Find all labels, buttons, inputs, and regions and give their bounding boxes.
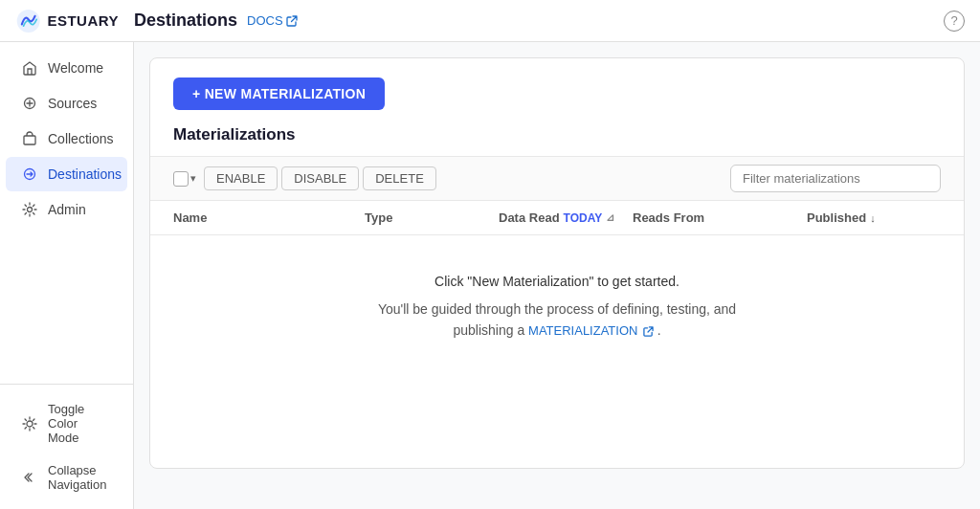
column-header-published[interactable]: Published ↓ [807,210,941,225]
admin-icon [21,201,38,218]
delete-button[interactable]: DELETE [363,166,436,190]
enable-button[interactable]: ENABLE [204,166,278,190]
column-header-name: Name [173,210,365,225]
materialization-link[interactable]: MATERIALIZATION [528,323,657,338]
sidebar-item-destinations-label: Destinations [48,166,122,182]
destinations-icon [21,166,38,183]
collapse-navigation-button[interactable]: Collapse Navigation [6,454,127,500]
svg-point-4 [28,208,33,212]
sidebar-bottom: Toggle Color Mode Collapse Navigation [0,384,133,509]
collapse-navigation-label: Collapse Navigation [48,463,112,492]
home-icon [21,59,38,77]
page-title: Destinations [134,11,237,31]
estuary-logo-icon [15,6,41,36]
select-dropdown-icon[interactable]: ▾ [190,172,196,185]
empty-state-end-text: . [657,322,661,338]
toggle-color-mode-label: Toggle Color Mode [48,402,112,445]
sidebar-item-admin-label: Admin [48,202,86,217]
sun-icon [21,415,38,432]
sidebar-item-collections-label: Collections [48,131,113,146]
data-read-filter-icon[interactable]: ⊿ [606,211,614,224]
source-icon [21,95,38,112]
content-card: + NEW MATERIALIZATION Materializations ▾… [149,57,965,469]
column-header-reads-from: Reads From [633,210,807,225]
disable-button[interactable]: DISABLE [281,166,359,190]
empty-state-before-link: You'll be guided through the process of … [378,301,736,317]
sidebar-nav: Welcome Sources Collec [0,42,133,384]
table-toolbar: ▾ ENABLE DISABLE DELETE [150,156,964,201]
docs-label: DOCS [247,13,283,28]
select-all-checkbox[interactable] [173,171,189,187]
table-header: Name Type Data Read TODAY ⊿ Reads From P… [150,201,964,235]
sidebar-item-admin[interactable]: Admin [6,192,127,227]
main-layout: Welcome Sources Collec [0,42,980,509]
new-materialization-button[interactable]: + NEW MATERIALIZATION [173,77,385,110]
published-sort-icon[interactable]: ↓ [870,212,876,224]
column-header-type: Type [365,210,499,225]
sidebar-item-collections[interactable]: Collections [6,122,127,156]
sidebar-item-welcome[interactable]: Welcome [6,51,127,85]
sidebar-item-sources-label: Sources [48,96,97,111]
select-all-area: ▾ [173,171,196,187]
empty-state: Click "New Materialization" to get start… [150,235,964,380]
filter-input[interactable] [730,165,941,192]
sidebar-item-destinations[interactable]: Destinations [6,157,127,191]
toggle-color-mode-button[interactable]: Toggle Color Mode [6,393,127,454]
section-title: Materializations [150,125,964,156]
logo-text: ESTUARY [47,12,119,29]
docs-link[interactable]: DOCS [247,13,298,28]
sidebar-item-sources[interactable]: Sources [6,86,127,121]
header-left: ESTUARY Destinations DOCS [0,6,298,36]
empty-state-primary: Click "New Materialization" to get start… [173,274,941,289]
app-header: ESTUARY Destinations DOCS ? [0,0,980,42]
chevrons-left-icon [21,469,38,486]
svg-point-5 [27,421,33,427]
mat-external-link-icon [643,326,654,337]
sidebar-item-welcome-label: Welcome [48,60,103,76]
external-link-icon [286,15,298,27]
logo-area: ESTUARY [0,6,134,36]
column-header-data-read: Data Read TODAY ⊿ [499,210,633,225]
empty-state-publishing-text: publishing a [453,322,528,338]
collections-icon [21,130,38,147]
sidebar: Welcome Sources Collec [0,42,134,509]
help-button[interactable]: ? [944,11,965,32]
today-badge[interactable]: TODAY [564,211,603,225]
svg-rect-2 [24,136,35,144]
content-area: + NEW MATERIALIZATION Materializations ▾… [134,42,980,509]
empty-state-secondary: You'll be guided through the process of … [173,299,941,342]
content-header: + NEW MATERIALIZATION [150,58,964,125]
